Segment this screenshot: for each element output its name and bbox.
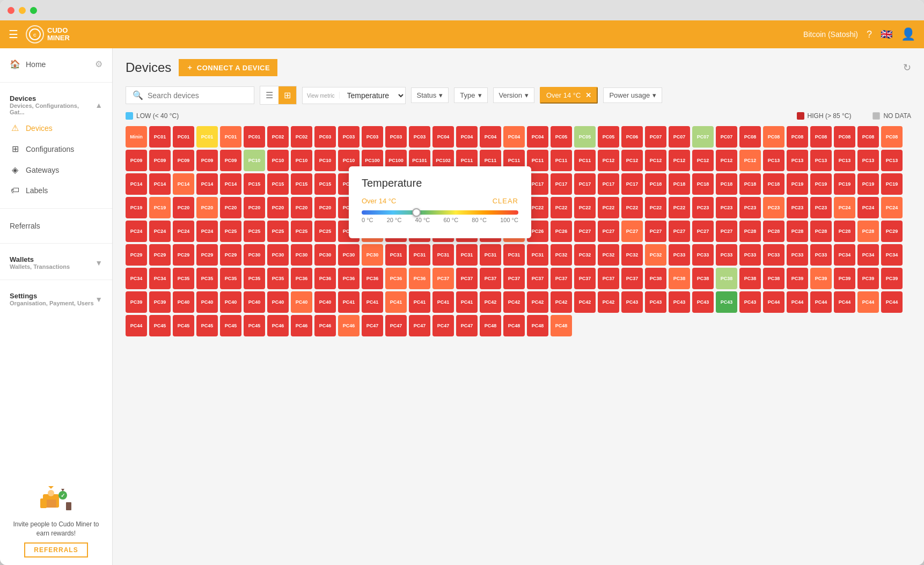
- device-cell[interactable]: PC35: [220, 268, 241, 289]
- device-cell[interactable]: PC26: [551, 221, 572, 242]
- device-cell[interactable]: PC47: [385, 315, 407, 336]
- device-cell[interactable]: PC13: [881, 150, 903, 171]
- device-cell[interactable]: PC23: [692, 197, 714, 218]
- device-cell[interactable]: PC31: [432, 244, 454, 266]
- device-cell[interactable]: PC30: [338, 244, 360, 266]
- device-cell[interactable]: PC04: [527, 126, 548, 148]
- connect-device-button[interactable]: ＋ CONNECT A DEVICE: [179, 59, 277, 76]
- device-cell[interactable]: PC14: [173, 173, 194, 195]
- device-cell[interactable]: PC24: [834, 197, 855, 218]
- device-cell[interactable]: PC30: [267, 244, 289, 266]
- device-cell[interactable]: PC40: [173, 291, 194, 313]
- device-cell[interactable]: PC27: [621, 221, 643, 242]
- device-cell[interactable]: PC14: [149, 173, 171, 195]
- device-cell[interactable]: PC38: [716, 268, 737, 289]
- device-cell[interactable]: PC35: [173, 268, 194, 289]
- device-cell[interactable]: PC08: [810, 126, 832, 148]
- device-cell[interactable]: PC22: [598, 197, 619, 218]
- device-cell[interactable]: PC23: [763, 197, 784, 218]
- device-cell[interactable]: PC17: [551, 173, 572, 195]
- device-cell[interactable]: PC29: [196, 244, 218, 266]
- device-cell[interactable]: PC44: [810, 291, 832, 313]
- device-cell[interactable]: PC36: [409, 268, 430, 289]
- device-cell[interactable]: PC31: [527, 244, 548, 266]
- device-cell[interactable]: PC43: [669, 291, 690, 313]
- device-cell[interactable]: PC29: [881, 221, 903, 242]
- device-cell[interactable]: PC48: [527, 315, 548, 336]
- device-cell[interactable]: PC40: [267, 291, 289, 313]
- device-cell[interactable]: PC32: [598, 244, 619, 266]
- device-cell[interactable]: PC29: [149, 244, 171, 266]
- device-cell[interactable]: PC04: [503, 126, 525, 148]
- device-cell[interactable]: PC08: [857, 126, 879, 148]
- device-cell[interactable]: PC40: [314, 291, 336, 313]
- device-cell[interactable]: PC09: [149, 150, 171, 171]
- device-cell[interactable]: PC35: [267, 268, 289, 289]
- device-cell[interactable]: PC13: [857, 150, 879, 171]
- device-cell[interactable]: PC18: [692, 173, 714, 195]
- device-cell[interactable]: PC08: [739, 126, 761, 148]
- device-cell[interactable]: PC18: [645, 173, 666, 195]
- device-cell[interactable]: PC31: [503, 244, 525, 266]
- device-cell[interactable]: PC24: [196, 221, 218, 242]
- device-cell[interactable]: PC10: [267, 150, 289, 171]
- device-cell[interactable]: PC01: [149, 126, 171, 148]
- device-cell[interactable]: PC09: [196, 150, 218, 171]
- device-cell[interactable]: PC42: [551, 291, 572, 313]
- device-cell[interactable]: PC13: [834, 150, 855, 171]
- sidebar-item-configurations[interactable]: ⊞ Configurations: [0, 138, 112, 159]
- device-cell[interactable]: PC24: [126, 221, 147, 242]
- device-cell[interactable]: PC25: [314, 221, 336, 242]
- device-cell[interactable]: PC48: [551, 315, 572, 336]
- device-cell[interactable]: PC37: [621, 268, 643, 289]
- device-cell[interactable]: PC41: [338, 291, 360, 313]
- device-cell[interactable]: PC24: [149, 221, 171, 242]
- device-cell[interactable]: PC47: [362, 315, 383, 336]
- device-cell[interactable]: PC38: [669, 268, 690, 289]
- device-cell[interactable]: PC40: [244, 291, 265, 313]
- device-cell[interactable]: PC32: [621, 244, 643, 266]
- device-cell[interactable]: PC33: [810, 244, 832, 266]
- active-temp-filter[interactable]: Over 14 °C ✕: [540, 87, 598, 104]
- device-cell[interactable]: PC19: [149, 197, 171, 218]
- type-filter[interactable]: Type ▾: [454, 87, 487, 103]
- device-cell[interactable]: PC01: [196, 126, 218, 148]
- device-cell[interactable]: PC44: [834, 291, 855, 313]
- device-cell[interactable]: PC29: [173, 244, 194, 266]
- device-cell[interactable]: PC01: [244, 126, 265, 148]
- sidebar-item-home[interactable]: 🏠 Home ⚙: [0, 54, 112, 75]
- device-cell[interactable]: PC27: [692, 221, 714, 242]
- device-cell[interactable]: PC43: [692, 291, 714, 313]
- device-cell[interactable]: PC33: [716, 244, 737, 266]
- device-cell[interactable]: PC15: [267, 173, 289, 195]
- device-cell[interactable]: PC14: [126, 173, 147, 195]
- device-cell[interactable]: PC43: [621, 291, 643, 313]
- device-cell[interactable]: PC25: [220, 221, 241, 242]
- device-cell[interactable]: PC03: [385, 126, 407, 148]
- device-cell[interactable]: PC17: [621, 173, 643, 195]
- device-cell[interactable]: PC13: [810, 150, 832, 171]
- user-icon[interactable]: 👤: [901, 27, 915, 41]
- device-cell[interactable]: PC43: [716, 291, 737, 313]
- settings-expand-icon[interactable]: ▼: [95, 295, 102, 304]
- device-cell[interactable]: PC15: [314, 173, 336, 195]
- device-cell[interactable]: PC12: [692, 150, 714, 171]
- device-cell[interactable]: PC39: [149, 291, 171, 313]
- device-cell[interactable]: PC47: [409, 315, 430, 336]
- device-cell[interactable]: PC01: [220, 126, 241, 148]
- device-cell[interactable]: PC30: [314, 244, 336, 266]
- device-cell[interactable]: PC20: [220, 197, 241, 218]
- hamburger-icon[interactable]: ☰: [9, 28, 18, 41]
- device-cell[interactable]: PC40: [220, 291, 241, 313]
- device-cell[interactable]: PC31: [456, 244, 478, 266]
- device-cell[interactable]: PC31: [385, 244, 407, 266]
- device-cell[interactable]: PC14: [196, 173, 218, 195]
- device-cell[interactable]: PC33: [787, 244, 808, 266]
- device-cell[interactable]: PC41: [385, 291, 407, 313]
- device-cell[interactable]: PC34: [149, 268, 171, 289]
- device-cell[interactable]: PC04: [432, 126, 454, 148]
- device-cell[interactable]: PC17: [598, 173, 619, 195]
- device-cell[interactable]: PC02: [291, 126, 312, 148]
- device-cell[interactable]: PC08: [834, 126, 855, 148]
- device-cell[interactable]: PC44: [857, 291, 879, 313]
